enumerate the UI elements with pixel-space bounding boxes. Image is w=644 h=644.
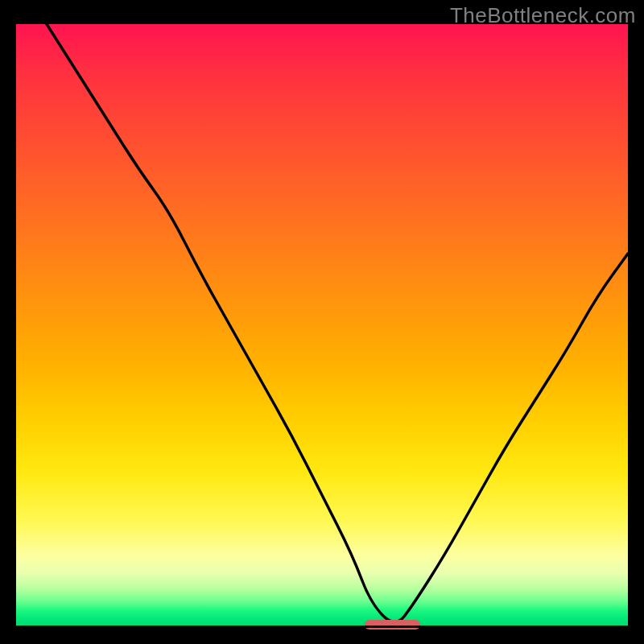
bottleneck-curve	[16, 24, 628, 628]
x-axis-baseline	[16, 625, 628, 628]
optimal-range-marker	[365, 620, 419, 630]
watermark-text: TheBottleneck.com	[450, 3, 636, 28]
chart-frame: TheBottleneck.com	[0, 0, 644, 644]
plot-area	[16, 24, 628, 628]
